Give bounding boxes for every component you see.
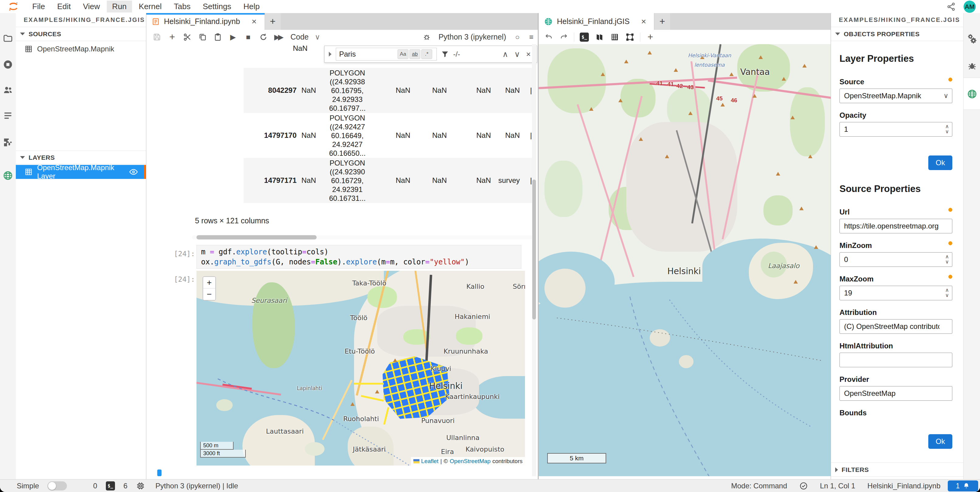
cursor-position[interactable]: Ln 1, Col 1 (820, 482, 855, 490)
stop-kernel-button[interactable]: ■ (240, 31, 256, 43)
run-cell-button[interactable]: ▶ (225, 31, 240, 43)
active-cell-indicator[interactable] (157, 470, 162, 476)
chevron-down-icon[interactable]: ∨ (313, 31, 322, 43)
menu-items: FileEditViewRunKernelTabsSettingsHelp (27, 1, 265, 13)
toolbar-menu-icon[interactable]: ≡ (527, 31, 536, 43)
notifications-badge[interactable]: 1 (948, 481, 978, 491)
previous-match-icon[interactable]: ∧ (501, 49, 510, 59)
identify-icon[interactable] (592, 31, 607, 43)
terminal-count[interactable]: 0 (93, 482, 97, 490)
zoom-in-button[interactable]: + (203, 277, 215, 288)
grid-icon[interactable] (607, 31, 622, 43)
kernel-status-button[interactable]: Python 3 (ipykernel) | Idle (154, 481, 240, 490)
map-marker-icon (776, 172, 780, 175)
stepper-icon[interactable]: ∧∨ (945, 124, 949, 134)
menu-item[interactable]: Kernel (133, 1, 167, 13)
menu-item[interactable]: Tabs (168, 1, 196, 13)
scrollbar-thumb[interactable] (196, 235, 317, 239)
stepper-icon[interactable]: ∧∨ (945, 288, 949, 298)
jgis-globe-icon[interactable] (967, 89, 978, 99)
filters-section-header[interactable]: FILTERS (831, 462, 967, 477)
cell-type-select[interactable]: Code (286, 31, 313, 43)
stepper-icon[interactable]: ∧∨ (945, 254, 949, 264)
new-tab-button[interactable]: + (265, 13, 281, 30)
maxzoom-input[interactable]: ∧∨ (840, 286, 952, 300)
visibility-eye-icon[interactable] (129, 167, 138, 177)
regex-button[interactable]: .* (421, 49, 432, 59)
search-input[interactable] (336, 49, 398, 59)
source-ok-button[interactable]: Ok (928, 434, 952, 449)
paste-cells-button[interactable] (210, 31, 225, 43)
menu-item[interactable]: Edit (52, 1, 76, 13)
running-sessions-icon[interactable] (3, 59, 13, 70)
source-select[interactable]: OpenStreetMap.Mapnik ∨ (840, 89, 952, 103)
opacity-input[interactable]: ∧∨ (840, 122, 952, 137)
next-match-icon[interactable]: ∨ (512, 49, 522, 59)
url-input[interactable] (840, 221, 940, 231)
filter-icon[interactable] (441, 50, 449, 58)
mode-indicator[interactable]: Mode: Command (731, 482, 787, 490)
add-cell-button[interactable]: + (165, 31, 180, 43)
htmlattribution-input[interactable] (840, 355, 940, 365)
property-inspector-icon[interactable] (967, 33, 977, 43)
opacity-value[interactable] (840, 125, 940, 134)
tab-notebook[interactable]: Helsinki_Finland.ipynb × (146, 13, 265, 30)
debugger-icon[interactable] (422, 31, 432, 43)
run-all-button[interactable]: ▶▶ (271, 31, 286, 43)
code-cell-editor[interactable]: m = gdf.explore(tooltip=cols) ox.graph_t… (196, 245, 521, 269)
restart-kernel-button[interactable] (256, 31, 271, 43)
menu-item[interactable]: View (78, 1, 105, 13)
osm-link[interactable]: OpenStreetMap (450, 458, 491, 465)
extensions-icon[interactable] (3, 137, 13, 148)
avatar[interactable]: AM (964, 1, 976, 13)
layer-item-selected[interactable]: OpenStreetMap.Mapnik Layer (16, 165, 146, 179)
menu-item[interactable]: Settings (197, 1, 237, 13)
menu-item[interactable]: Run (107, 1, 132, 13)
console-icon[interactable]: $_ (577, 31, 592, 43)
users-icon[interactable] (3, 85, 13, 95)
leaflet-map[interactable]: Taka-TöölöKallioSörnSeurasaariTöölöHakan… (196, 271, 525, 465)
tab-close-icon[interactable]: × (250, 16, 258, 27)
simple-mode-toggle[interactable] (48, 481, 67, 490)
select-geometry-icon[interactable] (622, 31, 638, 43)
attribution-input[interactable] (840, 322, 940, 331)
kernel-name-button[interactable]: Python 3 (ipykernel) (437, 31, 508, 43)
debugger-icon[interactable] (967, 61, 977, 71)
redo-icon[interactable] (556, 31, 571, 43)
active-filename[interactable]: Helsinki_Finland.ipynb (867, 482, 940, 490)
kernel-count[interactable]: 6 (124, 482, 127, 490)
provider-input[interactable] (840, 389, 940, 398)
layers-section-header[interactable]: LAYERS (16, 151, 146, 164)
whole-word-button[interactable]: ab (409, 49, 420, 59)
zoom-out-button[interactable]: − (203, 288, 215, 300)
toc-icon[interactable] (3, 110, 13, 121)
undo-icon[interactable] (541, 31, 556, 43)
scrollbar-thumb[interactable] (532, 180, 536, 320)
add-layer-button[interactable]: + (643, 31, 658, 43)
map-place-label: Kaivopuisto (465, 445, 504, 453)
tab-close-icon[interactable]: × (640, 16, 648, 27)
layer-ok-button[interactable]: Ok (928, 156, 952, 170)
vertical-scrollbar[interactable] (532, 44, 536, 476)
close-search-icon[interactable]: × (524, 49, 533, 59)
expand-search-icon[interactable] (329, 52, 331, 57)
menu-item[interactable]: Help (238, 1, 265, 13)
menu-item[interactable]: File (27, 1, 51, 13)
match-case-button[interactable]: Aa (398, 49, 409, 59)
source-item[interactable]: OpenStreetMap.Mapnik (16, 41, 146, 57)
cut-cells-button[interactable] (180, 31, 195, 43)
horizontal-scrollbar[interactable] (192, 235, 533, 239)
minzoom-input[interactable]: ∧∨ (840, 252, 952, 267)
jgis-globe-icon[interactable] (2, 170, 13, 181)
copy-cells-button[interactable] (195, 31, 210, 43)
save-button[interactable] (150, 31, 165, 43)
folder-icon[interactable] (3, 33, 13, 43)
share-icon[interactable] (947, 2, 956, 11)
gis-map[interactable]: 414142434546 VantaaHelsinkiLaajasaloHels… (539, 44, 830, 476)
tab-gis[interactable]: Helsinki_Finland.jGIS × (539, 13, 654, 30)
gis-map-viewport[interactable]: 414142434546 VantaaHelsinkiLaajasaloHels… (539, 44, 830, 476)
leaflet-link[interactable]: Leaflet (421, 458, 439, 465)
new-tab-button[interactable]: + (654, 13, 670, 30)
objects-properties-header[interactable]: OBJECTS PROPERTIES (831, 27, 963, 41)
sources-section-header[interactable]: SOURCES (16, 27, 146, 41)
